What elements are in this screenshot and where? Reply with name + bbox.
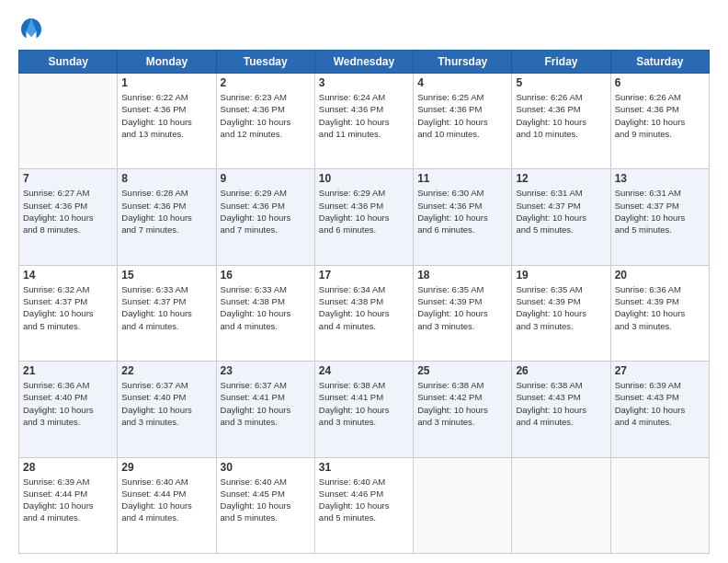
day-header-friday: Friday [512, 51, 610, 74]
calendar-cell: 6Sunrise: 6:26 AM Sunset: 4:36 PM Daylig… [610, 74, 709, 169]
day-info: Sunrise: 6:38 AM Sunset: 4:42 PM Dayligh… [417, 379, 507, 428]
day-header-tuesday: Tuesday [216, 51, 314, 74]
day-number: 29 [121, 461, 211, 474]
day-info: Sunrise: 6:29 AM Sunset: 4:36 PM Dayligh… [221, 187, 311, 236]
day-header-wednesday: Wednesday [314, 51, 413, 74]
day-number: 26 [516, 364, 606, 377]
day-number: 19 [516, 269, 606, 282]
day-info: Sunrise: 6:39 AM Sunset: 4:44 PM Dayligh… [23, 476, 113, 524]
calendar-cell: 18Sunrise: 6:35 AM Sunset: 4:39 PM Dayli… [414, 265, 512, 361]
day-number: 24 [319, 364, 409, 377]
day-info: Sunrise: 6:32 AM Sunset: 4:37 PM Dayligh… [23, 283, 113, 332]
day-info: Sunrise: 6:35 AM Sunset: 4:39 PM Dayligh… [417, 283, 507, 332]
day-number: 22 [121, 364, 211, 377]
calendar-table: SundayMondayTuesdayWednesdayThursdayFrid… [18, 50, 710, 554]
day-number: 28 [23, 461, 113, 474]
day-number: 11 [417, 172, 507, 185]
day-number: 18 [417, 269, 507, 282]
calendar-cell: 4Sunrise: 6:25 AM Sunset: 4:36 PM Daylig… [414, 74, 512, 169]
day-info: Sunrise: 6:27 AM Sunset: 4:36 PM Dayligh… [23, 187, 113, 236]
calendar-cell: 10Sunrise: 6:29 AM Sunset: 4:36 PM Dayli… [314, 169, 413, 265]
day-header-row: SundayMondayTuesdayWednesdayThursdayFrid… [19, 51, 710, 74]
day-number: 6 [615, 76, 705, 89]
day-number: 15 [121, 269, 211, 282]
day-number: 4 [417, 76, 507, 89]
day-info: Sunrise: 6:25 AM Sunset: 4:36 PM Dayligh… [417, 91, 507, 140]
calendar-cell: 14Sunrise: 6:32 AM Sunset: 4:37 PM Dayli… [19, 265, 118, 361]
day-info: Sunrise: 6:40 AM Sunset: 4:46 PM Dayligh… [319, 476, 409, 524]
day-info: Sunrise: 6:29 AM Sunset: 4:36 PM Dayligh… [319, 187, 409, 236]
day-number: 2 [221, 76, 311, 89]
calendar-cell: 15Sunrise: 6:33 AM Sunset: 4:37 PM Dayli… [118, 265, 216, 361]
day-number: 20 [615, 269, 705, 282]
day-number: 12 [516, 172, 606, 185]
day-info: Sunrise: 6:22 AM Sunset: 4:36 PM Dayligh… [121, 91, 211, 140]
calendar-week-5: 28Sunrise: 6:39 AM Sunset: 4:44 PM Dayli… [19, 457, 710, 553]
day-number: 3 [319, 76, 409, 89]
day-number: 9 [221, 172, 311, 185]
day-info: Sunrise: 6:26 AM Sunset: 4:36 PM Dayligh… [615, 91, 705, 140]
calendar-cell [414, 457, 512, 553]
calendar-cell: 5Sunrise: 6:26 AM Sunset: 4:36 PM Daylig… [512, 74, 610, 169]
calendar-cell: 11Sunrise: 6:30 AM Sunset: 4:36 PM Dayli… [414, 169, 512, 265]
calendar-cell: 19Sunrise: 6:35 AM Sunset: 4:39 PM Dayli… [512, 265, 610, 361]
calendar-cell: 20Sunrise: 6:36 AM Sunset: 4:39 PM Dayli… [610, 265, 709, 361]
day-number: 13 [615, 172, 705, 185]
day-number: 8 [121, 172, 211, 185]
day-number: 1 [121, 76, 211, 89]
logo-icon [18, 17, 44, 42]
day-number: 16 [221, 269, 311, 282]
calendar-cell: 30Sunrise: 6:40 AM Sunset: 4:45 PM Dayli… [216, 457, 314, 553]
logo [18, 17, 48, 42]
day-info: Sunrise: 6:28 AM Sunset: 4:36 PM Dayligh… [121, 187, 211, 236]
calendar-cell [610, 457, 709, 553]
calendar-cell: 24Sunrise: 6:38 AM Sunset: 4:41 PM Dayli… [314, 362, 413, 457]
day-info: Sunrise: 6:40 AM Sunset: 4:44 PM Dayligh… [121, 476, 211, 524]
calendar-page: SundayMondayTuesdayWednesdayThursdayFrid… [0, 0, 728, 563]
calendar-cell: 1Sunrise: 6:22 AM Sunset: 4:36 PM Daylig… [118, 74, 216, 169]
day-number: 7 [23, 172, 113, 185]
calendar-cell: 23Sunrise: 6:37 AM Sunset: 4:41 PM Dayli… [216, 362, 314, 457]
day-header-saturday: Saturday [610, 51, 709, 74]
calendar-cell: 29Sunrise: 6:40 AM Sunset: 4:44 PM Dayli… [118, 457, 216, 553]
calendar-cell [512, 457, 610, 553]
day-info: Sunrise: 6:33 AM Sunset: 4:37 PM Dayligh… [121, 283, 211, 332]
day-number: 21 [23, 364, 113, 377]
day-number: 27 [615, 364, 705, 377]
calendar-week-4: 21Sunrise: 6:36 AM Sunset: 4:40 PM Dayli… [19, 362, 710, 457]
calendar-cell: 26Sunrise: 6:38 AM Sunset: 4:43 PM Dayli… [512, 362, 610, 457]
calendar-cell: 31Sunrise: 6:40 AM Sunset: 4:46 PM Dayli… [314, 457, 413, 553]
day-info: Sunrise: 6:39 AM Sunset: 4:43 PM Dayligh… [615, 379, 705, 428]
day-number: 17 [319, 269, 409, 282]
day-info: Sunrise: 6:31 AM Sunset: 4:37 PM Dayligh… [516, 187, 606, 236]
calendar-week-2: 7Sunrise: 6:27 AM Sunset: 4:36 PM Daylig… [19, 169, 710, 265]
day-info: Sunrise: 6:23 AM Sunset: 4:36 PM Dayligh… [221, 91, 311, 140]
day-info: Sunrise: 6:37 AM Sunset: 4:41 PM Dayligh… [221, 379, 311, 428]
calendar-cell: 22Sunrise: 6:37 AM Sunset: 4:40 PM Dayli… [118, 362, 216, 457]
day-info: Sunrise: 6:26 AM Sunset: 4:36 PM Dayligh… [516, 91, 606, 140]
calendar-cell: 16Sunrise: 6:33 AM Sunset: 4:38 PM Dayli… [216, 265, 314, 361]
day-header-thursday: Thursday [414, 51, 512, 74]
day-header-monday: Monday [118, 51, 216, 74]
calendar-week-3: 14Sunrise: 6:32 AM Sunset: 4:37 PM Dayli… [19, 265, 710, 361]
day-info: Sunrise: 6:33 AM Sunset: 4:38 PM Dayligh… [221, 283, 311, 332]
day-info: Sunrise: 6:38 AM Sunset: 4:41 PM Dayligh… [319, 379, 409, 428]
calendar-cell: 7Sunrise: 6:27 AM Sunset: 4:36 PM Daylig… [19, 169, 118, 265]
calendar-cell: 28Sunrise: 6:39 AM Sunset: 4:44 PM Dayli… [19, 457, 118, 553]
day-number: 23 [221, 364, 311, 377]
calendar-cell: 17Sunrise: 6:34 AM Sunset: 4:38 PM Dayli… [314, 265, 413, 361]
day-info: Sunrise: 6:37 AM Sunset: 4:40 PM Dayligh… [121, 379, 211, 428]
calendar-cell: 12Sunrise: 6:31 AM Sunset: 4:37 PM Dayli… [512, 169, 610, 265]
calendar-cell: 3Sunrise: 6:24 AM Sunset: 4:36 PM Daylig… [314, 74, 413, 169]
calendar-cell [19, 74, 118, 169]
calendar-cell: 9Sunrise: 6:29 AM Sunset: 4:36 PM Daylig… [216, 169, 314, 265]
day-number: 10 [319, 172, 409, 185]
day-info: Sunrise: 6:24 AM Sunset: 4:36 PM Dayligh… [319, 91, 409, 140]
day-info: Sunrise: 6:36 AM Sunset: 4:39 PM Dayligh… [615, 283, 705, 332]
day-info: Sunrise: 6:38 AM Sunset: 4:43 PM Dayligh… [516, 379, 606, 428]
day-info: Sunrise: 6:31 AM Sunset: 4:37 PM Dayligh… [615, 187, 705, 236]
day-number: 5 [516, 76, 606, 89]
day-number: 14 [23, 269, 113, 282]
day-number: 25 [417, 364, 507, 377]
calendar-cell: 8Sunrise: 6:28 AM Sunset: 4:36 PM Daylig… [118, 169, 216, 265]
